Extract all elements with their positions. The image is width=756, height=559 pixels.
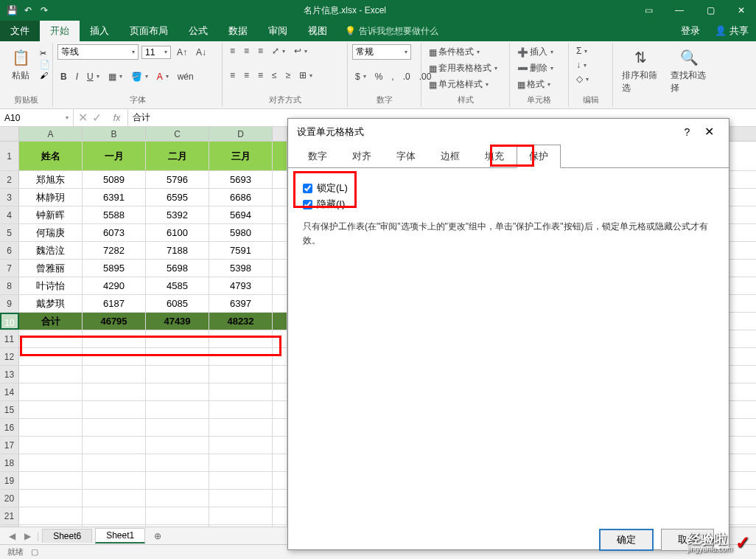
dtab-font[interactable]: 字体 — [384, 145, 428, 168]
cell[interactable] — [146, 454, 209, 471]
add-sheet-icon[interactable]: ⊕ — [148, 531, 167, 541]
cell[interactable] — [146, 419, 209, 436]
orientation-icon[interactable]: ⤢ — [269, 44, 288, 58]
cell[interactable]: 二月 — [146, 142, 209, 170]
cell[interactable]: 钟新晖 — [19, 206, 83, 223]
row-head[interactable]: 12 — [0, 348, 19, 365]
macro-icon[interactable]: ▢ — [31, 547, 38, 557]
maximize-icon[interactable]: ▢ — [696, 0, 725, 21]
cell[interactable] — [209, 437, 273, 454]
cell[interactable]: 5588 — [83, 206, 146, 223]
row-head[interactable]: 16 — [0, 419, 19, 436]
cell[interactable] — [83, 330, 146, 347]
col-head-b[interactable]: B — [83, 127, 146, 141]
cell[interactable]: 6397 — [209, 295, 273, 312]
cell[interactable] — [273, 507, 287, 524]
cell[interactable] — [273, 366, 287, 383]
paste-button[interactable]: 📋 粘贴 — [4, 44, 37, 83]
row-head[interactable]: 19 — [0, 472, 19, 489]
cell[interactable]: 叶诗怡 — [19, 277, 83, 294]
cell[interactable] — [273, 348, 287, 365]
cell[interactable] — [146, 472, 209, 489]
cell[interactable]: 48232 — [209, 313, 273, 330]
cell[interactable]: 46795 — [83, 313, 146, 330]
cell[interactable]: 7591 — [209, 242, 273, 259]
cell[interactable] — [273, 490, 287, 507]
cell[interactable]: 47439 — [146, 313, 209, 330]
copy-icon[interactable]: 📄 — [40, 60, 50, 69]
bold-button[interactable]: B — [57, 70, 70, 83]
cell[interactable] — [273, 295, 287, 312]
cell[interactable]: 5398 — [209, 260, 273, 277]
cell[interactable] — [273, 313, 287, 330]
currency-icon[interactable]: $ — [352, 70, 369, 83]
cell[interactable]: 何瑞庚 — [19, 224, 83, 241]
delete-cells-button[interactable]: ➖ 删除 — [514, 60, 564, 76]
row-head[interactable]: 15 — [0, 401, 19, 418]
cell[interactable] — [146, 348, 209, 365]
cell[interactable]: 4793 — [209, 277, 273, 294]
cell[interactable] — [83, 366, 146, 383]
cell[interactable] — [146, 330, 209, 347]
sheet-nav-next-icon[interactable]: ▶ — [21, 531, 34, 541]
cell[interactable] — [209, 419, 273, 436]
cell[interactable] — [273, 171, 287, 188]
align-middle-icon[interactable]: ≡ — [241, 44, 252, 58]
cell[interactable]: 戴梦琪 — [19, 295, 83, 312]
insert-cells-button[interactable]: ➕ 插入 — [514, 44, 564, 60]
cell[interactable] — [83, 348, 146, 365]
cell[interactable] — [19, 472, 83, 489]
percent-icon[interactable]: % — [372, 70, 386, 83]
align-left-icon[interactable]: ≡ — [227, 69, 238, 82]
underline-button[interactable]: U — [84, 70, 102, 83]
ok-button[interactable]: 确定 — [599, 529, 654, 551]
cell[interactable] — [19, 507, 83, 524]
login-button[interactable]: 登录 — [673, 21, 707, 41]
row-head[interactable]: 14 — [0, 383, 19, 400]
cell[interactable] — [19, 383, 83, 400]
cell[interactable]: 6085 — [146, 295, 209, 312]
sheet-nav-prev-icon[interactable]: ◀ — [6, 531, 18, 541]
cell[interactable] — [273, 142, 287, 170]
table-format-button[interactable]: ▦ 套用表格格式 — [426, 60, 505, 76]
row-head[interactable]: 9 — [0, 295, 19, 312]
dtab-border[interactable]: 边框 — [428, 145, 472, 168]
dtab-protect[interactable]: 保护 — [517, 145, 561, 168]
inc-decimal-icon[interactable]: .0 — [400, 70, 413, 83]
cell[interactable] — [19, 490, 83, 507]
share-button[interactable]: 👤 共享 — [707, 21, 756, 41]
cell[interactable] — [146, 383, 209, 400]
tab-review[interactable]: 审阅 — [258, 21, 298, 41]
select-all-corner[interactable] — [0, 127, 19, 141]
name-box[interactable]: A10▾ — [0, 109, 74, 126]
cell[interactable] — [209, 454, 273, 471]
cell[interactable] — [273, 330, 287, 347]
cell[interactable] — [273, 242, 287, 259]
col-head-d[interactable]: D — [209, 127, 273, 141]
col-head-c[interactable]: C — [146, 127, 209, 141]
cell[interactable]: 6073 — [83, 224, 146, 241]
cell[interactable] — [19, 437, 83, 454]
row-head[interactable]: 6 — [0, 242, 19, 259]
row-head[interactable]: 4 — [0, 206, 19, 223]
row-head[interactable]: 7 — [0, 260, 19, 277]
row-head[interactable]: 21 — [0, 507, 19, 524]
row-head[interactable]: 13 — [0, 366, 19, 383]
cell[interactable] — [209, 472, 273, 489]
row-head[interactable]: 20 — [0, 490, 19, 507]
merge-button[interactable]: ⊞ — [296, 69, 315, 82]
cell[interactable] — [209, 330, 273, 347]
cell[interactable] — [19, 401, 83, 418]
cell[interactable] — [19, 454, 83, 471]
cell[interactable]: 5895 — [83, 260, 146, 277]
cell[interactable]: 4585 — [146, 277, 209, 294]
cell[interactable]: 5392 — [146, 206, 209, 223]
tab-file[interactable]: 文件 — [0, 21, 40, 41]
cell[interactable] — [273, 454, 287, 471]
fx-icon[interactable]: fx — [106, 109, 128, 126]
font-name-combo[interactable]: 等线 — [57, 44, 139, 60]
minimize-icon[interactable]: ― — [665, 0, 694, 21]
row-head[interactable]: 10 — [0, 313, 19, 330]
locked-check-input[interactable] — [303, 184, 312, 193]
dialog-help-icon[interactable]: ? — [679, 126, 696, 138]
